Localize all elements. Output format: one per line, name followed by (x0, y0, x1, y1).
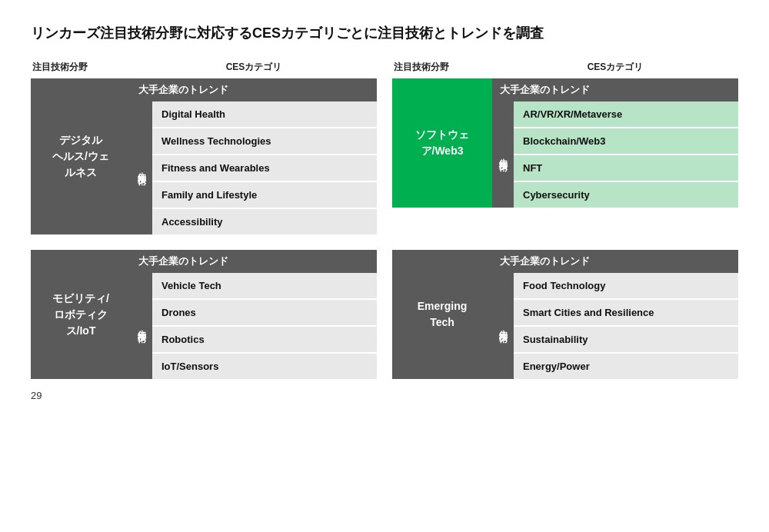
list-item: NFT (514, 155, 738, 182)
section-digital-health: デジタルヘルス/ウェルネス 大手企業のトレンド 先端技術 Digital Hea… (31, 78, 377, 234)
sentan-2: 先端技術 (492, 101, 514, 208)
left-ces-header: CESカテゴリ (131, 61, 377, 74)
list-item: Blockchain/Web3 (514, 128, 738, 155)
column-headers: 注目技術分野 CESカテゴリ 注目技術分野 CESカテゴリ (31, 61, 738, 74)
trend-header-1: 大手企業のトレンド (131, 78, 377, 101)
list-item: Cybersecurity (514, 182, 738, 208)
list-item: AR/VR/XR/Metaverse (514, 101, 738, 128)
right-category-header: 注目技術分野 (392, 61, 492, 74)
items-list-2: AR/VR/XR/Metaverse Blockchain/Web3 NFT C… (514, 101, 738, 208)
trend-header-2: 大手企業のトレンド (492, 78, 738, 101)
list-item: Robotics (152, 327, 377, 354)
sentan-4: 先端技術 (492, 273, 514, 379)
list-item: Smart Cities and Resilience (514, 300, 738, 327)
list-item: Digital Health (152, 101, 377, 128)
sentan-1: 先端技術 (131, 101, 152, 234)
category-digital-health: デジタルヘルス/ウェルネス (31, 78, 131, 234)
list-item: Sustainability (514, 327, 738, 354)
sentan-3: 先端技術 (131, 273, 152, 379)
items-list-4: Food Technology Smart Cities and Resilie… (514, 273, 738, 379)
list-item: Accessibility (152, 209, 377, 234)
items-list-1: Digital Health Wellness Technologies Fit… (152, 101, 377, 234)
ces-panel-software-web3: 大手企業のトレンド 先端技術 AR/VR/XR/Metaverse Blockc… (492, 78, 738, 208)
list-item: Energy/Power (514, 354, 738, 379)
list-item: Family and Lifestyle (152, 182, 377, 209)
section-mobility-robotics: モビリティ/ロボティクス/IoT 大手企業のトレンド 先端技術 Vehicle … (31, 250, 377, 379)
ces-panel-emerging-tech: 大手企業のトレンド 先端技術 Food Technology Smart Cit… (492, 250, 738, 379)
trend-header-4: 大手企業のトレンド (492, 250, 738, 273)
left-category-header: 注目技術分野 (31, 61, 131, 74)
ces-panel-digital-health: 大手企業のトレンド 先端技術 Digital Health Wellness T… (131, 78, 377, 234)
list-item: Vehicle Tech (152, 273, 377, 300)
main-grid: デジタルヘルス/ウェルネス 大手企業のトレンド 先端技術 Digital Hea… (31, 78, 738, 379)
page-number: 29 (31, 390, 738, 401)
page-title: リンカーズ注目技術分野に対応するCESカテゴリごとに注目技術とトレンドを調査 (31, 23, 738, 44)
category-mobility-robotics: モビリティ/ロボティクス/IoT (31, 250, 131, 379)
category-software-web3: ソフトウェア/Web3 (392, 78, 492, 208)
section-software-web3: ソフトウェア/Web3 大手企業のトレンド 先端技術 AR/VR/XR/Meta… (392, 78, 738, 234)
list-item: Fitness and Wearables (152, 155, 377, 182)
items-list-3: Vehicle Tech Drones Robotics IoT/Sensors (152, 273, 377, 379)
category-emerging-tech: EmergingTech (392, 250, 492, 379)
section-emerging-tech: EmergingTech 大手企業のトレンド 先端技術 Food Technol… (392, 250, 738, 379)
list-item: Wellness Technologies (152, 128, 377, 155)
list-item: Food Technology (514, 273, 738, 300)
list-item: IoT/Sensors (152, 354, 377, 379)
trend-header-3: 大手企業のトレンド (131, 250, 377, 273)
ces-panel-mobility-robotics: 大手企業のトレンド 先端技術 Vehicle Tech Drones Robot… (131, 250, 377, 379)
right-ces-header: CESカテゴリ (492, 61, 738, 74)
list-item: Drones (152, 300, 377, 327)
